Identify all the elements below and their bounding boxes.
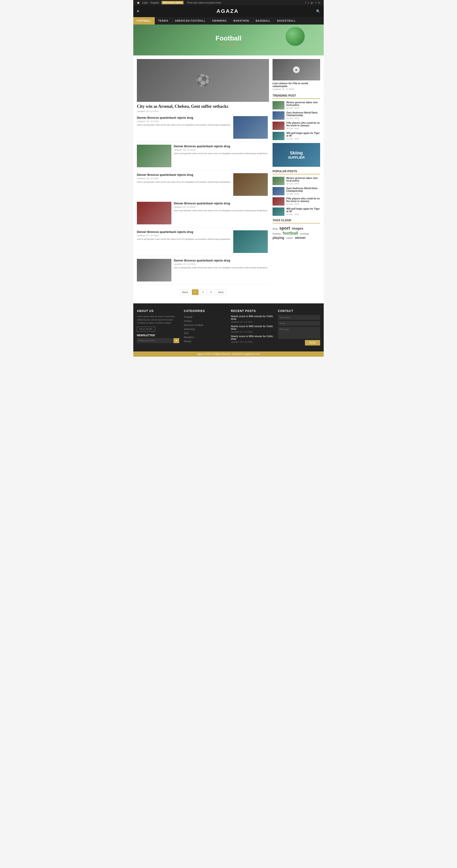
contact-send-button[interactable]: SEND [305,340,320,345]
content-area: ⚽ City win as Arsenal, Chelsea, Gent suf… [137,59,269,300]
pagination-back[interactable]: Back [180,289,191,295]
footer-category-item[interactable]: Marathon [184,335,226,339]
trending-item-image[interactable] [273,122,284,130]
popular-section: POPULAR POSTS Mexico governor takes over… [273,169,320,216]
article-image[interactable] [137,259,172,281]
tag-winner[interactable]: winner [295,236,306,240]
trending-item-title[interactable]: Will golf begin again for Tiger at 40 [286,132,320,137]
contact-message-input[interactable] [278,327,321,339]
article-content: Denver Broncos quarterback rejects drug … [137,116,231,139]
article-title[interactable]: Denver Broncos quarterback rejects drug [174,259,268,262]
pagination-page-3[interactable]: 3 [208,289,214,295]
tumblr-icon[interactable]: t [315,1,316,4]
tag-running[interactable]: running [300,232,309,235]
tag-match[interactable]: match [286,237,293,239]
newsletter-input[interactable] [137,338,174,343]
footer-category-item[interactable]: American Football [184,323,226,327]
footer-category-item[interactable]: Football [184,315,226,319]
sidebar-featured-image[interactable] [273,59,320,81]
footer-about: ABOUT US Lorem ipsum dolor sit amet, con… [137,309,179,345]
facebook-icon[interactable]: f [305,1,306,4]
popular-item-content: Fifty players who could be on the move i… [286,197,320,205]
footer-categories: CATEGORIES Football Hockey American Foot… [184,309,226,345]
popular-item-image[interactable] [273,187,284,195]
ad-banner[interactable]: Skiing SUPPLIER [273,143,320,167]
sidebar-featured-title[interactable]: Last chance for Fifa to avoid catastroph… [273,82,320,88]
footer-category-item[interactable]: Boxing [184,339,226,343]
popular-item-content: Will golf begin again for Tiger at 40 32… [286,208,320,216]
featured-article-title[interactable]: City win as Arsenal, Chelsea, Gent suffe… [137,104,269,109]
nav-item-marathon[interactable]: MARATHON [230,17,252,25]
trending-item-title[interactable]: Fifty players who could be on the move i… [286,122,320,127]
nav-item-american-football[interactable]: AMERICAN FOOTBALL [172,17,209,25]
footer-categories-list: Football Hockey American Football Swimmi… [184,315,226,343]
article-content: Denver Broncos quarterback rejects drug … [137,230,231,253]
article-excerpt: Sed ut perspiciatis unde omnis iste natu… [174,209,268,212]
hamburger-button[interactable]: ≡ [137,9,139,13]
tag-images[interactable]: images [292,226,303,230]
play-button[interactable] [293,66,300,73]
footer-category-item[interactable]: Hockey [184,319,226,323]
trending-item-image[interactable] [273,132,284,140]
login-link[interactable]: Login [142,1,148,4]
article-title[interactable]: Denver Broncos quarterback rejects drug [137,116,231,119]
nav-item-tennis[interactable]: TENNIS [155,17,172,25]
contact-email-input[interactable] [278,321,321,326]
read-more-button[interactable]: READ MORE [137,327,155,332]
home-icon[interactable]: 🏠 [137,1,140,4]
article-title[interactable]: Denver Broncos quarterback rejects drug [137,173,231,177]
nav-item-football[interactable]: FOOTBALL [133,17,155,25]
tag-sport[interactable]: sport [279,226,290,230]
nav-item-basketball[interactable]: BASKETBALL [274,17,299,25]
article-image[interactable] [233,116,268,139]
trending-item-date: 32 Dec. 2015 [286,127,320,130]
top-bar-left: 🏠 Login Register BREAKING NEWS! Proin si… [137,1,221,4]
article-image[interactable] [233,173,268,196]
article-image[interactable] [137,202,172,224]
popular-item-date: 32 Dec. 2015 [286,213,320,216]
nav-item-baseball[interactable]: BASEBALL [252,17,274,25]
trending-item-title[interactable]: Mexico governor takes over local police [286,101,320,106]
recent-post-title[interactable]: Hearts score in 90th minute for Celtic d… [231,325,273,330]
article-title[interactable]: Denver Broncos quarterback rejects drug [137,230,231,234]
recent-post-title[interactable]: Hearts score in 90th minute for Celtic d… [231,315,273,320]
nav-item-swimming[interactable]: SWIMMING [209,17,230,25]
article-title[interactable]: Denver Broncos quarterback rejects drug [174,202,268,205]
register-link[interactable]: Register [150,1,159,4]
article-image[interactable] [137,145,172,167]
popular-item-title[interactable]: Will golf begin again for Tiger at 40 [286,208,320,213]
tag-hockey[interactable]: hockey [273,232,281,235]
pagination-page-2[interactable]: 2 [200,289,206,295]
footer-contact: CONTACT SEND [278,309,321,345]
article-title[interactable]: Denver Broncos quarterback rejects drug [174,145,268,148]
popular-item-title[interactable]: Fifty players who could be on the move i… [286,197,320,203]
contact-name-input[interactable] [278,315,321,320]
trending-item-image[interactable] [273,101,284,110]
footer-category-item[interactable]: Golf [184,331,226,335]
tag-football[interactable]: football [282,231,298,236]
trending-section: TRENDING POST Mexico governor takes over… [273,94,320,140]
tags-title: TAGS CLOUD [273,219,320,223]
pagination-page-1[interactable]: 1 [192,289,199,295]
recent-post-title[interactable]: Hearts score in 90th minute for Celtic d… [231,335,273,340]
googleplus-icon[interactable]: g+ [311,1,314,4]
newsletter-submit[interactable]: ➤ [174,338,179,343]
popular-item-title[interactable]: Gary Anderson World Darts Championship [286,187,320,192]
popular-item-image[interactable] [273,177,284,185]
trending-item-image[interactable] [273,111,284,120]
popular-item-image[interactable] [273,197,284,206]
popular-item-title[interactable]: Mexico governor takes over local police [286,177,320,182]
footer-category-item[interactable]: Swimming [184,327,226,331]
tag-playing[interactable]: playing [273,236,284,240]
article-item: Denver Broncos quarterback rejects drug … [137,259,269,285]
pagination-next[interactable]: Next [216,289,226,295]
article-image[interactable] [233,230,268,253]
linkedin-icon[interactable]: in [318,1,320,4]
featured-article-image[interactable]: ⚽ [137,59,269,102]
search-icon[interactable]: 🔍 [316,9,320,13]
twitter-icon[interactable]: t [308,1,309,4]
trending-item-title[interactable]: Gary Anderson World Darts Championship [286,111,320,117]
tag-blog[interactable]: blog [273,227,277,230]
breadcrumb-home[interactable]: Home [219,43,226,46]
popular-item-image[interactable] [273,208,284,216]
